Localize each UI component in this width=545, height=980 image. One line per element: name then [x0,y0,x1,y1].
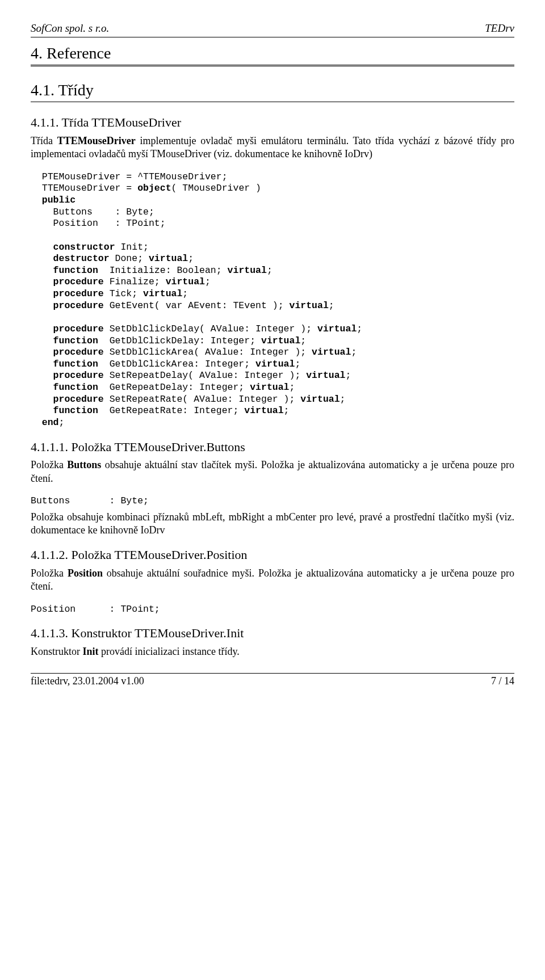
paragraph: Položka Buttons obsahuje aktuální stav t… [31,459,514,485]
keyword: virtual [143,288,182,299]
indent [31,347,53,357]
code-text: ; [289,382,295,393]
keyword: virtual [228,265,267,276]
code-text: ; [59,417,65,428]
keyword: destructor [53,253,110,264]
text: Položka obsahuje kombinaci příznaků mbLe… [31,511,514,536]
paragraph: Položka obsahuje kombinaci příznaků mbLe… [31,511,514,537]
code-text: ; [346,370,351,381]
code-block: PTEMouseDriver = ^TTEMouseDriver; TTEMou… [31,171,514,429]
code-text: Tick; [104,288,143,299]
subsubsection-title: 4.1.1. Třída TTEMouseDriver [31,115,514,131]
text: Položka [31,459,67,470]
keyword: object [137,183,171,194]
bold-text: Position [68,567,103,579]
keyword: function [53,382,98,393]
keyword: constructor [53,242,115,253]
double-rule [31,65,514,66]
code-text: GetEvent( var AEvent: TEvent ); [104,300,290,311]
keyword: virtual [306,370,345,381]
code-text: SetRepeatRate( AValue: Integer ); [104,394,301,405]
keyword: function [53,405,98,416]
indent [31,253,53,264]
keyword: procedure [53,394,104,405]
code-text: Finalize; [104,276,166,287]
indent [31,382,53,393]
keyword: virtual [290,300,329,311]
keyword: virtual [261,335,300,346]
keyword: procedure [53,288,104,299]
keyword: virtual [317,323,357,334]
keyword: function [53,335,98,346]
keyword: procedure [53,300,104,311]
indent [31,370,53,381]
code-block: Buttons : Byte; [31,495,514,507]
header-right: TEDrv [485,22,514,36]
text: obsahuje aktuální stav tlačítek myši. Po… [31,459,514,483]
keyword: end [42,417,59,428]
code-text: GetDblClickArea: Integer; [98,359,255,369]
text: provádí inicializaci instance třídy. [99,646,240,657]
indent [31,242,53,253]
code-text: Initialize: Boolean; [98,265,228,276]
text: Třída [31,135,57,146]
code-text: GetRepeatDelay: Integer; [98,382,250,393]
code-text: SetDblClickArea( AValue: Integer ); [104,347,312,357]
keyword: function [53,265,98,276]
code-text: ; [295,359,300,369]
indent [31,359,53,369]
indent [31,265,53,276]
text: Konstruktor [31,646,83,657]
keyword: procedure [53,347,104,357]
keyword: virtual [255,359,295,369]
footer-left: file:tedrv, 23.01.2004 v1.00 [31,675,144,688]
indent [31,276,53,287]
code-line: TTEMouseDriver = [42,183,137,194]
section-title: 4. Reference [31,43,514,64]
code-text: ; [182,288,188,299]
subsubsection-title: 4.1.1.2. Položka TTEMouseDriver.Position [31,547,514,563]
header-left: SofCon spol. s r.o. [31,22,109,36]
paragraph: Položka Position obsahuje aktuální souřa… [31,567,514,594]
code-text: GetDblClickDelay: Integer; [98,335,261,346]
keyword: virtual [149,253,188,264]
code-text: SetDblClickDelay( AValue: Integer ); [104,323,317,334]
code-text: ; [267,265,272,276]
subsubsection-title: 4.1.1.1. Položka TTEMouseDriver.Buttons [31,439,514,456]
keyword: virtual [166,276,205,287]
subsubsection-title: 4.1.1.3. Konstruktor TTEMouseDriver.Init [31,625,514,642]
paragraph: Konstruktor Init provádí inicializaci in… [31,645,514,658]
keyword: procedure [53,323,104,334]
text: obsahuje aktuální souřadnice myši. Polož… [31,567,514,592]
keyword: virtual [250,382,289,393]
bold-text: Buttons [67,459,101,470]
code-text: SetRepeatDelay( AValue: Integer ); [104,370,306,381]
code-text: ; [340,394,346,405]
keyword: public [42,195,76,205]
single-rule [31,102,514,102]
code-line: Buttons : Byte; [31,495,149,506]
bold-text: TTEMouseDriver [57,135,136,146]
code-text: ; [329,300,334,311]
code-text: ; [357,323,362,334]
code-text: ( TMouseDriver ) [171,183,261,194]
indent [31,300,53,311]
code-text: ; [205,276,211,287]
indent [31,335,53,346]
page-footer: file:tedrv, 23.01.2004 v1.00 7 / 14 [31,673,514,688]
indent [31,323,53,334]
code-text: Done; [110,253,149,264]
text: Položka [31,567,68,579]
code-line: Position : TPoint; [31,218,166,229]
subsection-title: 4.1. Třídy [31,80,514,100]
keyword: virtual [300,394,339,405]
paragraph: Třída TTEMouseDriver implementuje ovlada… [31,134,514,161]
keyword: procedure [53,370,104,381]
keyword: virtual [244,405,283,416]
footer-right: 7 / 14 [491,675,514,688]
keyword: virtual [312,347,351,357]
code-block: Position : TPoint; [31,604,514,616]
keyword: function [53,359,98,369]
page-header: SofCon spol. s r.o. TEDrv [31,22,514,37]
code-text: GetRepeatRate: Integer; [98,405,244,416]
